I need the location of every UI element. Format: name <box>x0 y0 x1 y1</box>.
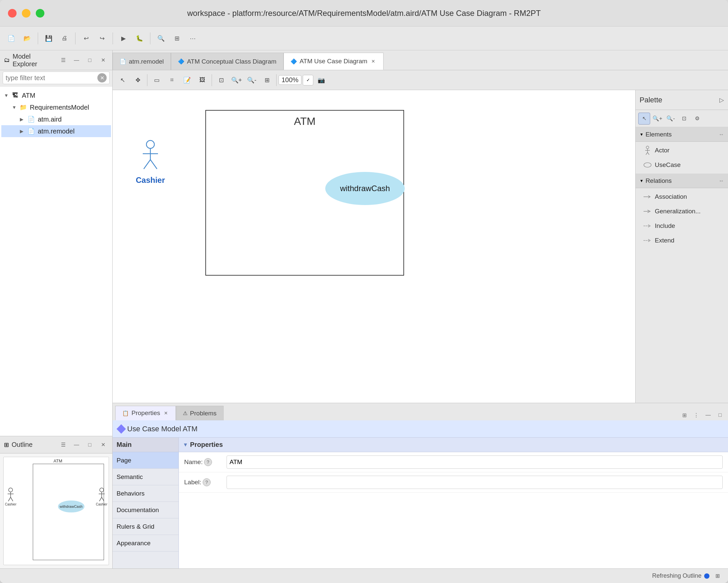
outline-close[interactable]: ✕ <box>98 439 108 450</box>
actor-cashier[interactable]: Cashier <box>136 140 165 185</box>
tree-item-atm[interactable]: ▼ 🏗 ATM <box>1 90 111 101</box>
ed-zoom-in[interactable]: 🔍+ <box>229 73 244 87</box>
ed-image[interactable]: 🖼 <box>195 73 210 87</box>
ed-select[interactable]: ↖ <box>115 73 130 87</box>
bottom-tab-problems[interactable]: ⚠ Problems <box>176 406 224 420</box>
palette-expand-icon[interactable]: ▷ <box>719 96 724 104</box>
toolbar-print[interactable]: 🖨 <box>57 31 72 46</box>
model-explorer-minimize[interactable]: — <box>71 55 82 66</box>
palette-item-association[interactable]: Association <box>635 189 728 204</box>
tree-item-atm-aird[interactable]: ▶ 📄 atm.aird <box>1 113 111 125</box>
ed-cursor[interactable]: ✥ <box>130 73 145 87</box>
ed-rectangle[interactable]: ▭ <box>149 73 164 87</box>
properties-label-input[interactable] <box>227 476 723 489</box>
palette-relations-section: ▼ Relations ↔ <box>635 174 728 249</box>
window-title: workspace - platform:/resource/ATM/Requi… <box>187 8 541 18</box>
ed-note[interactable]: 📝 <box>180 73 194 87</box>
toolbar-redo[interactable]: ↪ <box>95 31 109 46</box>
ed-zoom-out[interactable]: 🔍- <box>244 73 259 87</box>
outline-maximize[interactable]: □ <box>84 439 95 450</box>
toolbar-perspective[interactable]: ⊞ <box>170 31 184 46</box>
model-explorer-close[interactable]: ✕ <box>98 55 108 66</box>
palette-item-extend[interactable]: Extend <box>635 233 728 248</box>
status-icon-btn[interactable]: ⊞ <box>712 571 723 581</box>
ed-zoom-preset[interactable]: ⊞ <box>260 73 274 87</box>
tab-icon-atm-remodel: 📄 <box>120 58 126 65</box>
palette-toolbar: ↖ 🔍+ 🔍- ⊡ ⚙ <box>635 110 728 127</box>
center-area: 📄 atm.remodel 🔷 ATM Conceptual Class Dia… <box>113 50 728 568</box>
toolbar-undo[interactable]: ↩ <box>79 31 94 46</box>
tree-item-atm-remodel[interactable]: ▶ 📄 atm.remodel <box>1 125 111 137</box>
outline-panel: ⊞ Outline ☰ — □ ✕ ATM wi <box>0 436 112 568</box>
props-nav-appearance[interactable]: Appearance <box>113 535 179 552</box>
zoom-value: 100% <box>279 75 302 85</box>
props-nav-documentation[interactable]: Documentation <box>113 502 179 518</box>
outline-content: ATM withdrawCash <box>0 454 112 568</box>
maximize-button[interactable] <box>36 9 44 18</box>
properties-name-help[interactable]: ? <box>204 458 212 466</box>
tree-icon-requirements: 📁 <box>19 103 28 112</box>
toolbar-more[interactable]: ⋯ <box>185 31 200 46</box>
outline-atm-label: ATM <box>54 458 62 463</box>
palette-elements-body: Actor UseCase <box>635 142 728 174</box>
bottom-panel-btn1[interactable]: ⊞ <box>679 410 690 420</box>
palette-zoom-in-tool[interactable]: 🔍+ <box>651 112 664 125</box>
palette-zoom-fit-tool[interactable]: ⊡ <box>678 112 690 125</box>
bottom-panel-maximize[interactable]: □ <box>715 410 725 420</box>
tree-item-requirements[interactable]: ▼ 📁 RequirementsModel <box>1 101 111 113</box>
palette-item-generalization[interactable]: Generalization... <box>635 204 728 219</box>
palette-item-actor-label: Actor <box>655 147 669 154</box>
palette-item-usecase[interactable]: UseCase <box>635 158 728 172</box>
toolbar-sep-2 <box>75 32 76 44</box>
toolbar-save[interactable]: 💾 <box>42 31 56 46</box>
palette-select-tool[interactable]: ↖ <box>638 112 650 125</box>
bottom-panel-minimize[interactable]: — <box>703 410 713 420</box>
props-nav-semantic[interactable]: Semantic <box>113 469 179 485</box>
toolbar-search[interactable]: 🔍 <box>154 31 168 46</box>
toolbar-run[interactable]: ▶ <box>116 31 131 46</box>
diagram-canvas[interactable]: ATM withdrawCash <box>113 90 635 403</box>
bottom-tab-properties-close[interactable]: ✕ <box>163 410 169 416</box>
palette-elements-header[interactable]: ▼ Elements ↔ <box>635 127 728 142</box>
filter-input[interactable] <box>6 74 97 82</box>
properties-name-input[interactable] <box>227 455 723 469</box>
palette-zoom-out-tool[interactable]: 🔍- <box>665 112 677 125</box>
palette-item-actor[interactable]: Actor <box>635 143 728 158</box>
model-explorer-menu[interactable]: ☰ <box>58 55 69 66</box>
toolbar-open[interactable]: 📂 <box>20 31 34 46</box>
outline-menu[interactable]: ☰ <box>58 439 69 450</box>
properties-label-help[interactable]: ? <box>203 478 211 486</box>
toolbar-new[interactable]: 📄 <box>4 31 19 46</box>
svg-point-15 <box>646 146 649 149</box>
palette-item-include[interactable]: Include <box>635 219 728 233</box>
tab-use-case[interactable]: 🔷 ATM Use Case Diagram ✕ <box>284 53 384 70</box>
tree-arrow-atm-remodel: ▶ <box>20 129 26 134</box>
svg-line-19 <box>648 152 649 155</box>
props-nav-rulers-grid[interactable]: Rulers & Grid <box>113 518 179 535</box>
model-explorer-maximize[interactable]: □ <box>84 55 95 66</box>
ed-zoom-fit[interactable]: ⊡ <box>214 73 229 87</box>
canvas-palette-area: ATM withdrawCash <box>113 90 728 403</box>
palette-settings-tool[interactable]: ⚙ <box>691 112 703 125</box>
outline-actor-right: Cashier <box>96 487 107 506</box>
bottom-panel-btn2[interactable]: ⋮ <box>691 410 702 420</box>
toolbar-debug[interactable]: 🐛 <box>132 31 147 46</box>
close-button[interactable] <box>8 9 17 18</box>
props-nav-page[interactable]: Page <box>113 452 179 469</box>
bottom-tab-properties[interactable]: 📋 Properties ✕ <box>115 406 176 420</box>
model-explorer-tree: ▼ 🏗 ATM ▼ 📁 RequirementsModel ▶ 📄 atm.ai… <box>0 87 112 436</box>
ed-connect[interactable]: ⌗ <box>165 73 179 87</box>
zoom-toggle[interactable]: ✓ <box>303 75 313 85</box>
atm-box-title: ATM <box>294 115 315 128</box>
minimize-button[interactable] <box>22 9 30 18</box>
bottom-tab-properties-icon: 📋 <box>122 410 129 416</box>
filter-clear-button[interactable]: ✕ <box>97 73 107 82</box>
tab-atm-remodel[interactable]: 📄 atm.remodel <box>113 53 171 70</box>
tab-close-use-case[interactable]: ✕ <box>370 58 376 65</box>
ed-camera[interactable]: 📷 <box>314 73 329 87</box>
use-case-withdraw-cash[interactable]: withdrawCash <box>325 172 405 205</box>
outline-minimize[interactable]: — <box>71 439 82 450</box>
palette-relations-header[interactable]: ▼ Relations ↔ <box>635 174 728 188</box>
tab-class-diagram[interactable]: 🔷 ATM Conceptual Class Diagram <box>171 53 284 70</box>
props-nav-behaviors[interactable]: Behaviors <box>113 485 179 502</box>
